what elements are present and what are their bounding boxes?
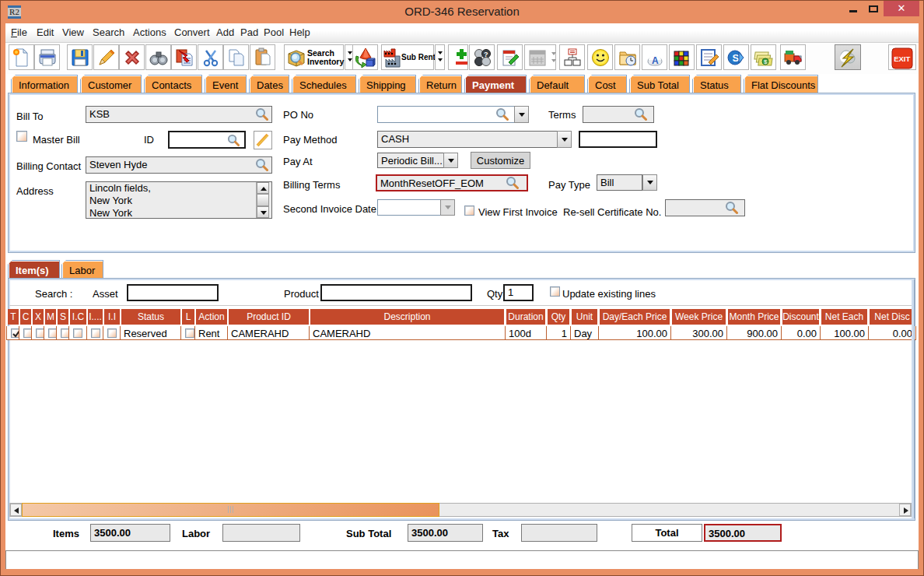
svg-text:?: ? [484, 51, 488, 58]
svg-text:$: $ [764, 58, 768, 65]
svg-text:EXIT: EXIT [894, 54, 910, 63]
svg-text:S: S [733, 52, 740, 64]
svg-text:A: A [652, 55, 659, 66]
